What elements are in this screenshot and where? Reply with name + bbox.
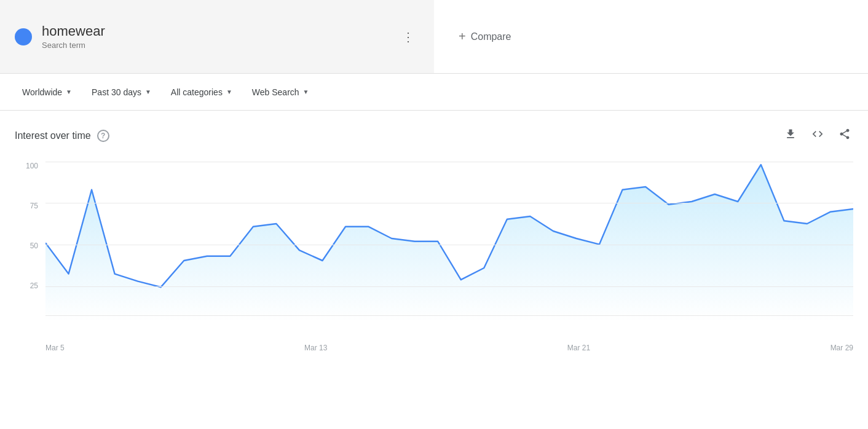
- x-axis: Mar 5 Mar 13 Mar 21 Mar 29: [45, 344, 853, 352]
- search-term-section: homewear Search term ⋮: [0, 0, 434, 73]
- chart-plot: [45, 155, 853, 328]
- chart-container: 100 75 50 25: [15, 155, 853, 364]
- category-filter[interactable]: All categories ▼: [164, 82, 240, 102]
- interest-over-time-section: Interest over time ? 100 75 50 25: [0, 111, 868, 364]
- time-range-filter[interactable]: Past 30 days ▼: [84, 82, 159, 102]
- help-icon[interactable]: ?: [97, 130, 109, 142]
- region-filter[interactable]: Worldwide ▼: [15, 82, 79, 102]
- section-title: Interest over time: [15, 130, 91, 141]
- share-icon[interactable]: [836, 125, 853, 146]
- filters-bar: Worldwide ▼ Past 30 days ▼ All categorie…: [0, 74, 868, 111]
- time-chevron-icon: ▼: [145, 89, 151, 95]
- region-label: Worldwide: [22, 87, 62, 97]
- compare-section: + Compare: [434, 0, 868, 73]
- section-title-group: Interest over time ?: [15, 130, 109, 142]
- embed-code-icon[interactable]: [809, 125, 826, 146]
- grid-line-0: [45, 315, 853, 316]
- header: homewear Search term ⋮ + Compare: [0, 0, 868, 74]
- search-type-filter[interactable]: Web Search ▼: [245, 82, 317, 102]
- grid-line-75: [45, 203, 853, 203]
- line-chart-svg: [45, 155, 853, 321]
- compare-label: Compare: [471, 31, 511, 42]
- term-info: homewear Search term: [42, 23, 105, 50]
- section-header: Interest over time ?: [15, 125, 853, 146]
- time-range-label: Past 30 days: [92, 87, 141, 97]
- search-type-label: Web Search: [252, 87, 299, 97]
- chart-area: 100 75 50 25: [15, 155, 853, 328]
- compare-plus-icon: +: [459, 30, 466, 44]
- search-type-chevron-icon: ▼: [303, 89, 309, 95]
- x-label-mar5: Mar 5: [45, 344, 65, 352]
- more-options-button[interactable]: ⋮: [397, 25, 419, 49]
- grid-line-100: [45, 162, 853, 162]
- download-icon[interactable]: [782, 125, 799, 146]
- y-label-25: 25: [15, 281, 45, 290]
- grid-line-25: [45, 286, 853, 287]
- y-label-50: 50: [15, 242, 45, 250]
- term-type: Search term: [42, 41, 105, 50]
- x-label-mar29: Mar 29: [831, 344, 853, 352]
- x-label-mar21: Mar 21: [567, 344, 590, 352]
- y-label-100: 100: [15, 162, 45, 170]
- grid-line-50: [45, 245, 853, 245]
- y-axis: 100 75 50 25: [15, 155, 45, 328]
- term-color-dot: [15, 28, 32, 45]
- compare-button[interactable]: + Compare: [449, 25, 521, 49]
- category-chevron-icon: ▼: [226, 89, 232, 95]
- y-label-75: 75: [15, 202, 45, 210]
- x-label-mar13: Mar 13: [304, 344, 327, 352]
- region-chevron-icon: ▼: [66, 89, 72, 95]
- search-term: homewear: [42, 23, 105, 39]
- section-actions: [782, 125, 853, 146]
- category-label: All categories: [171, 87, 223, 97]
